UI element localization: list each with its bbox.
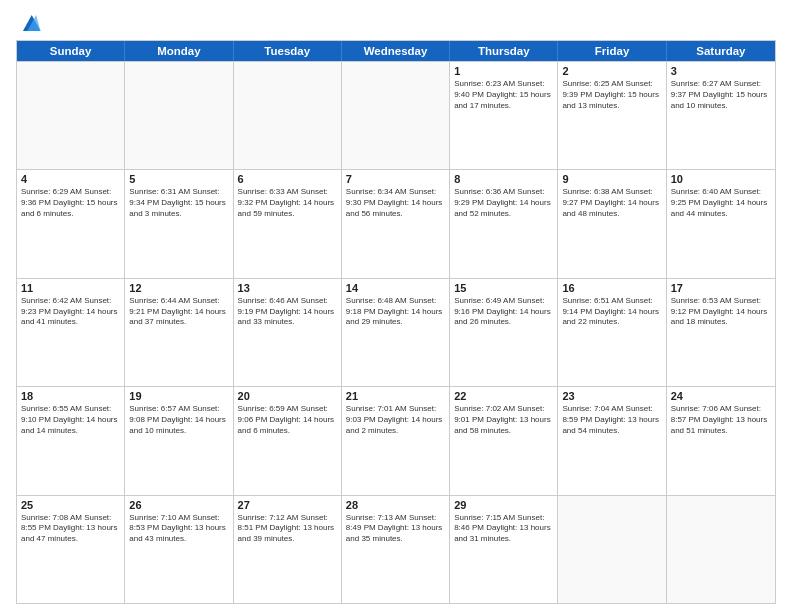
cal-header-sunday: Sunday <box>17 41 125 61</box>
cal-cell <box>17 62 125 169</box>
day-number: 24 <box>671 390 771 402</box>
day-number: 5 <box>129 173 228 185</box>
cal-week-4: 18Sunrise: 6:55 AM Sunset: 9:10 PM Dayli… <box>17 386 775 494</box>
day-info: Sunrise: 6:53 AM Sunset: 9:12 PM Dayligh… <box>671 296 771 328</box>
day-info: Sunrise: 6:55 AM Sunset: 9:10 PM Dayligh… <box>21 404 120 436</box>
calendar-body: 1Sunrise: 6:23 AM Sunset: 9:40 PM Daylig… <box>17 61 775 603</box>
day-info: Sunrise: 6:33 AM Sunset: 9:32 PM Dayligh… <box>238 187 337 219</box>
day-number: 14 <box>346 282 445 294</box>
cal-cell: 3Sunrise: 6:27 AM Sunset: 9:37 PM Daylig… <box>667 62 775 169</box>
day-number: 29 <box>454 499 553 511</box>
day-info: Sunrise: 6:44 AM Sunset: 9:21 PM Dayligh… <box>129 296 228 328</box>
cal-cell <box>234 62 342 169</box>
cal-week-5: 25Sunrise: 7:08 AM Sunset: 8:55 PM Dayli… <box>17 495 775 603</box>
cal-cell: 11Sunrise: 6:42 AM Sunset: 9:23 PM Dayli… <box>17 279 125 386</box>
day-info: Sunrise: 6:49 AM Sunset: 9:16 PM Dayligh… <box>454 296 553 328</box>
cal-cell: 17Sunrise: 6:53 AM Sunset: 9:12 PM Dayli… <box>667 279 775 386</box>
cal-cell: 28Sunrise: 7:13 AM Sunset: 8:49 PM Dayli… <box>342 496 450 603</box>
day-info: Sunrise: 6:57 AM Sunset: 9:08 PM Dayligh… <box>129 404 228 436</box>
cal-cell: 6Sunrise: 6:33 AM Sunset: 9:32 PM Daylig… <box>234 170 342 277</box>
day-info: Sunrise: 6:25 AM Sunset: 9:39 PM Dayligh… <box>562 79 661 111</box>
day-number: 1 <box>454 65 553 77</box>
cal-cell: 12Sunrise: 6:44 AM Sunset: 9:21 PM Dayli… <box>125 279 233 386</box>
day-number: 16 <box>562 282 661 294</box>
day-number: 3 <box>671 65 771 77</box>
day-number: 20 <box>238 390 337 402</box>
day-info: Sunrise: 6:31 AM Sunset: 9:34 PM Dayligh… <box>129 187 228 219</box>
cal-header-monday: Monday <box>125 41 233 61</box>
day-info: Sunrise: 7:12 AM Sunset: 8:51 PM Dayligh… <box>238 513 337 545</box>
cal-cell: 13Sunrise: 6:46 AM Sunset: 9:19 PM Dayli… <box>234 279 342 386</box>
day-info: Sunrise: 7:02 AM Sunset: 9:01 PM Dayligh… <box>454 404 553 436</box>
cal-cell: 22Sunrise: 7:02 AM Sunset: 9:01 PM Dayli… <box>450 387 558 494</box>
day-info: Sunrise: 6:42 AM Sunset: 9:23 PM Dayligh… <box>21 296 120 328</box>
cal-cell: 18Sunrise: 6:55 AM Sunset: 9:10 PM Dayli… <box>17 387 125 494</box>
day-info: Sunrise: 7:13 AM Sunset: 8:49 PM Dayligh… <box>346 513 445 545</box>
day-number: 23 <box>562 390 661 402</box>
day-info: Sunrise: 7:15 AM Sunset: 8:46 PM Dayligh… <box>454 513 553 545</box>
logo-icon <box>20 12 42 34</box>
day-number: 6 <box>238 173 337 185</box>
day-number: 7 <box>346 173 445 185</box>
day-info: Sunrise: 6:27 AM Sunset: 9:37 PM Dayligh… <box>671 79 771 111</box>
day-info: Sunrise: 6:40 AM Sunset: 9:25 PM Dayligh… <box>671 187 771 219</box>
cal-cell <box>125 62 233 169</box>
calendar-header-row: SundayMondayTuesdayWednesdayThursdayFrid… <box>17 41 775 61</box>
cal-cell: 23Sunrise: 7:04 AM Sunset: 8:59 PM Dayli… <box>558 387 666 494</box>
day-number: 13 <box>238 282 337 294</box>
header <box>16 12 776 34</box>
day-info: Sunrise: 6:51 AM Sunset: 9:14 PM Dayligh… <box>562 296 661 328</box>
cal-cell: 16Sunrise: 6:51 AM Sunset: 9:14 PM Dayli… <box>558 279 666 386</box>
day-number: 12 <box>129 282 228 294</box>
day-info: Sunrise: 7:06 AM Sunset: 8:57 PM Dayligh… <box>671 404 771 436</box>
cal-cell: 14Sunrise: 6:48 AM Sunset: 9:18 PM Dayli… <box>342 279 450 386</box>
day-number: 11 <box>21 282 120 294</box>
cal-cell: 10Sunrise: 6:40 AM Sunset: 9:25 PM Dayli… <box>667 170 775 277</box>
cal-cell: 21Sunrise: 7:01 AM Sunset: 9:03 PM Dayli… <box>342 387 450 494</box>
cal-cell: 1Sunrise: 6:23 AM Sunset: 9:40 PM Daylig… <box>450 62 558 169</box>
day-number: 19 <box>129 390 228 402</box>
cal-cell: 29Sunrise: 7:15 AM Sunset: 8:46 PM Dayli… <box>450 496 558 603</box>
day-info: Sunrise: 6:48 AM Sunset: 9:18 PM Dayligh… <box>346 296 445 328</box>
cal-cell: 15Sunrise: 6:49 AM Sunset: 9:16 PM Dayli… <box>450 279 558 386</box>
day-number: 28 <box>346 499 445 511</box>
cal-cell: 7Sunrise: 6:34 AM Sunset: 9:30 PM Daylig… <box>342 170 450 277</box>
page: SundayMondayTuesdayWednesdayThursdayFrid… <box>0 0 792 612</box>
day-number: 9 <box>562 173 661 185</box>
day-info: Sunrise: 6:23 AM Sunset: 9:40 PM Dayligh… <box>454 79 553 111</box>
day-info: Sunrise: 6:46 AM Sunset: 9:19 PM Dayligh… <box>238 296 337 328</box>
cal-cell <box>342 62 450 169</box>
day-info: Sunrise: 7:10 AM Sunset: 8:53 PM Dayligh… <box>129 513 228 545</box>
day-number: 22 <box>454 390 553 402</box>
cal-cell: 2Sunrise: 6:25 AM Sunset: 9:39 PM Daylig… <box>558 62 666 169</box>
cal-cell: 4Sunrise: 6:29 AM Sunset: 9:36 PM Daylig… <box>17 170 125 277</box>
day-number: 27 <box>238 499 337 511</box>
cal-cell: 8Sunrise: 6:36 AM Sunset: 9:29 PM Daylig… <box>450 170 558 277</box>
cal-week-1: 1Sunrise: 6:23 AM Sunset: 9:40 PM Daylig… <box>17 61 775 169</box>
cal-header-tuesday: Tuesday <box>234 41 342 61</box>
cal-cell: 19Sunrise: 6:57 AM Sunset: 9:08 PM Dayli… <box>125 387 233 494</box>
day-info: Sunrise: 6:34 AM Sunset: 9:30 PM Dayligh… <box>346 187 445 219</box>
cal-header-thursday: Thursday <box>450 41 558 61</box>
day-info: Sunrise: 6:59 AM Sunset: 9:06 PM Dayligh… <box>238 404 337 436</box>
day-number: 17 <box>671 282 771 294</box>
day-number: 4 <box>21 173 120 185</box>
cal-header-friday: Friday <box>558 41 666 61</box>
cal-cell <box>558 496 666 603</box>
cal-cell: 5Sunrise: 6:31 AM Sunset: 9:34 PM Daylig… <box>125 170 233 277</box>
cal-cell: 24Sunrise: 7:06 AM Sunset: 8:57 PM Dayli… <box>667 387 775 494</box>
day-info: Sunrise: 6:38 AM Sunset: 9:27 PM Dayligh… <box>562 187 661 219</box>
day-number: 18 <box>21 390 120 402</box>
day-number: 15 <box>454 282 553 294</box>
day-info: Sunrise: 7:01 AM Sunset: 9:03 PM Dayligh… <box>346 404 445 436</box>
logo <box>16 12 42 34</box>
cal-header-wednesday: Wednesday <box>342 41 450 61</box>
day-number: 26 <box>129 499 228 511</box>
cal-cell: 9Sunrise: 6:38 AM Sunset: 9:27 PM Daylig… <box>558 170 666 277</box>
day-info: Sunrise: 6:29 AM Sunset: 9:36 PM Dayligh… <box>21 187 120 219</box>
day-info: Sunrise: 7:04 AM Sunset: 8:59 PM Dayligh… <box>562 404 661 436</box>
cal-cell: 26Sunrise: 7:10 AM Sunset: 8:53 PM Dayli… <box>125 496 233 603</box>
day-number: 2 <box>562 65 661 77</box>
day-info: Sunrise: 7:08 AM Sunset: 8:55 PM Dayligh… <box>21 513 120 545</box>
cal-cell <box>667 496 775 603</box>
